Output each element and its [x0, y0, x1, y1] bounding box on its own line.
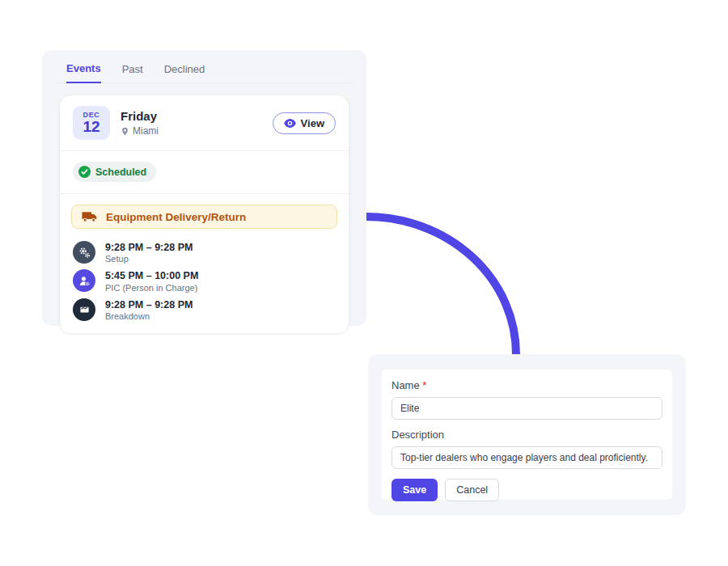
form-actions: Save Cancel [392, 479, 662, 501]
status-divider [60, 193, 349, 194]
schedule-label: Breakdown [105, 311, 193, 321]
schedule-row-text: 9:28 PM – 9:28 PM Setup [105, 241, 193, 264]
eye-icon [284, 119, 296, 128]
schedule-list: 9:28 PM – 9:28 PM Setup 5:45 PM – 10:00 … [60, 236, 349, 333]
event-location: Miami [121, 125, 262, 137]
schedule-label: Setup [105, 254, 193, 264]
gears-icon [73, 241, 95, 264]
person-gear-icon [73, 269, 95, 292]
cancel-button[interactable]: Cancel [445, 479, 499, 501]
tab-past[interactable]: Past [122, 63, 143, 82]
name-label-text: Name [392, 379, 420, 391]
date-badge: DEC 12 [73, 106, 110, 140]
schedule-row-pic: 5:45 PM – 10:00 PM PIC (Person in Charge… [60, 266, 349, 294]
schedule-time: 5:45 PM – 10:00 PM [105, 269, 198, 282]
equipment-banner[interactable]: Equipment Delivery/Return [71, 205, 337, 229]
status-badge: Scheduled [73, 162, 156, 182]
name-field[interactable] [392, 397, 662, 420]
tab-declined[interactable]: Declined [164, 63, 205, 82]
schedule-row-text: 5:45 PM – 10:00 PM PIC (Person in Charge… [105, 269, 198, 292]
box-icon [73, 298, 95, 321]
status-row: Scheduled [60, 151, 349, 193]
schedule-label: PIC (Person in Charge) [105, 283, 198, 293]
schedule-time: 9:28 PM – 9:28 PM [105, 241, 193, 254]
status-badge-label: Scheduled [95, 167, 146, 178]
schedule-row-setup: 9:28 PM – 9:28 PM Setup [60, 238, 349, 266]
form-card: Name * Description Save Cancel [382, 370, 672, 500]
event-title-block: Friday Miami [121, 109, 262, 137]
description-field[interactable] [392, 446, 662, 469]
view-button[interactable]: View [273, 112, 336, 134]
tab-events[interactable]: Events [66, 62, 101, 83]
location-pin-icon [121, 126, 129, 137]
description-field-label: Description [392, 429, 662, 441]
event-card: DEC 12 Friday Miami View [60, 95, 349, 333]
event-location-label: Miami [133, 125, 159, 137]
schedule-row-text: 9:28 PM – 9:28 PM Breakdown [105, 298, 193, 321]
event-title: Friday [121, 109, 262, 123]
date-day: 12 [83, 119, 99, 135]
events-panel: Events Past Declined DEC 12 Friday Miami [42, 50, 366, 326]
event-card-header: DEC 12 Friday Miami View [60, 95, 349, 150]
truck-icon [82, 210, 98, 223]
equipment-banner-label: Equipment Delivery/Return [106, 211, 246, 223]
schedule-time: 9:28 PM – 9:28 PM [105, 298, 193, 311]
tab-bar: Events Past Declined [57, 50, 352, 83]
view-button-label: View [301, 117, 324, 129]
check-circle-icon [78, 166, 91, 178]
save-button[interactable]: Save [392, 479, 438, 501]
form-panel: Name * Description Save Cancel [368, 354, 686, 515]
name-field-label: Name * [392, 379, 662, 391]
required-marker: * [422, 379, 426, 391]
schedule-row-breakdown: 9:28 PM – 9:28 PM Breakdown [60, 295, 349, 323]
